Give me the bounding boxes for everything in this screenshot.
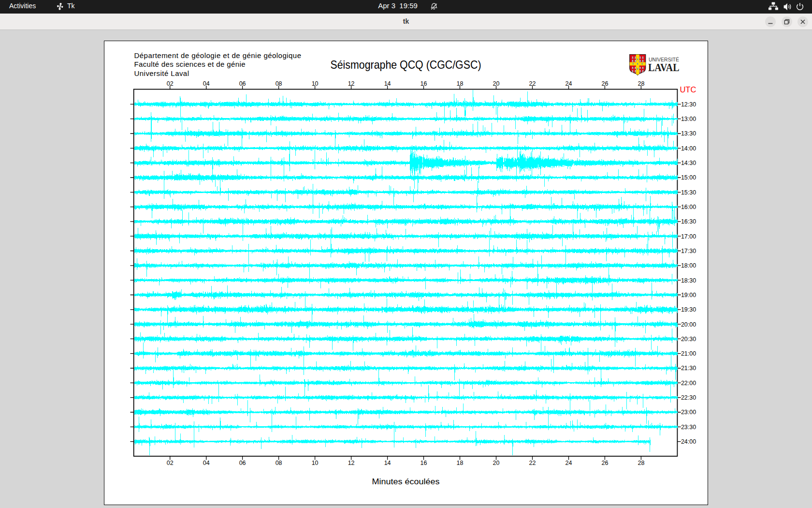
svg-text:13:00: 13:00 (681, 116, 696, 122)
svg-text:22:30: 22:30 (681, 394, 696, 401)
svg-text:23:30: 23:30 (681, 424, 696, 431)
svg-text:26: 26 (601, 460, 608, 466)
svg-text:15:30: 15:30 (681, 189, 696, 196)
svg-text:18:00: 18:00 (681, 262, 696, 269)
svg-text:16: 16 (420, 460, 427, 466)
svg-text:17:00: 17:00 (681, 233, 696, 240)
svg-text:19:00: 19:00 (681, 292, 696, 299)
svg-text:21:30: 21:30 (681, 365, 696, 372)
svg-text:23:00: 23:00 (681, 409, 696, 416)
svg-text:18:30: 18:30 (681, 277, 696, 284)
svg-text:20: 20 (493, 80, 500, 87)
svg-text:20:30: 20:30 (681, 336, 696, 343)
svg-text:Département de géologie et de: Département de géologie et de génie géol… (134, 51, 302, 60)
svg-text:18: 18 (457, 80, 464, 87)
svg-text:02: 02 (167, 460, 174, 466)
svg-text:22: 22 (529, 80, 536, 87)
svg-text:14:30: 14:30 (681, 160, 696, 166)
svg-text:13:30: 13:30 (681, 130, 696, 137)
svg-text:14: 14 (384, 80, 391, 87)
svg-text:06: 06 (239, 460, 246, 466)
svg-text:Université Laval: Université Laval (134, 69, 189, 77)
svg-text:24:00: 24:00 (681, 438, 696, 445)
svg-text:08: 08 (276, 460, 282, 466)
svg-text:18: 18 (457, 460, 464, 466)
svg-text:16:30: 16:30 (681, 218, 696, 225)
svg-text:26: 26 (601, 80, 608, 87)
svg-text:10: 10 (312, 460, 319, 466)
svg-text:22:00: 22:00 (681, 380, 696, 387)
svg-text:16:00: 16:00 (681, 204, 696, 210)
svg-text:19:30: 19:30 (681, 306, 696, 313)
svg-text:14:00: 14:00 (681, 145, 696, 152)
svg-text:20:00: 20:00 (681, 321, 696, 328)
svg-text:UTC: UTC (680, 85, 696, 94)
svg-text:04: 04 (203, 80, 210, 87)
svg-text:02: 02 (167, 80, 174, 87)
svg-text:28: 28 (638, 80, 644, 87)
svg-text:21:00: 21:00 (681, 350, 696, 357)
svg-text:24: 24 (566, 460, 572, 466)
svg-text:10: 10 (312, 80, 319, 87)
svg-text:Minutes écoulées: Minutes écoulées (372, 477, 440, 486)
svg-text:12: 12 (348, 80, 355, 87)
svg-text:16: 16 (420, 80, 427, 87)
svg-text:12: 12 (348, 460, 355, 466)
svg-text:Séismographe QCQ (CGC/GSC): Séismographe QCQ (CGC/GSC) (331, 58, 481, 71)
svg-text:06: 06 (239, 80, 246, 87)
svg-text:20: 20 (493, 460, 500, 466)
svg-text:28: 28 (638, 460, 644, 466)
svg-text:14: 14 (384, 460, 391, 466)
svg-text:15:00: 15:00 (681, 174, 696, 181)
svg-text:04: 04 (203, 460, 210, 466)
svg-text:12:30: 12:30 (681, 101, 696, 108)
svg-text:17:30: 17:30 (681, 248, 696, 254)
svg-text:LAVAL: LAVAL (648, 61, 680, 74)
svg-text:08: 08 (276, 80, 282, 87)
svg-text:Faculté des sciences et de gén: Faculté des sciences et de génie (134, 60, 246, 68)
svg-text:22: 22 (529, 460, 536, 466)
svg-text:24: 24 (566, 80, 572, 87)
